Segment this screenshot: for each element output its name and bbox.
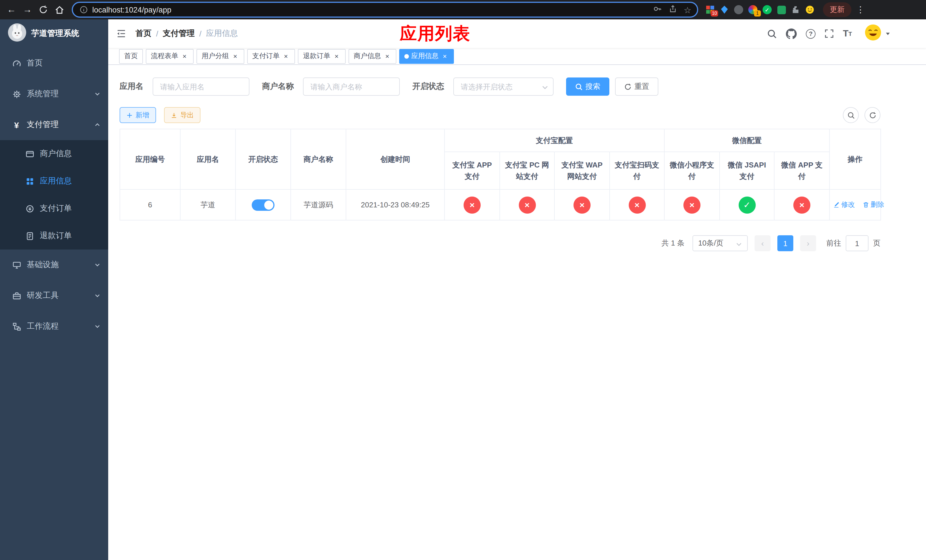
add-button[interactable]: 新增: [120, 107, 156, 123]
column-header-wechat-jsapi: 微信 JSAPI 支付: [720, 152, 774, 189]
column-header-alipay-qr: 支付宝扫码支付: [610, 152, 664, 189]
column-header-wechat-mini: 微信小程序支付: [664, 152, 720, 189]
password-key-icon[interactable]: [653, 4, 661, 15]
alipay-wap-status-icon: ×: [573, 196, 590, 213]
search-icon[interactable]: [767, 29, 777, 38]
column-header-alipay-pc: 支付宝 PC 网站支付: [500, 152, 554, 189]
toolbox-icon: [12, 291, 21, 300]
column-header-merchant: 商户名称: [291, 129, 346, 189]
color-wheel-extension-icon[interactable]: 1: [748, 5, 758, 15]
tab-user-group[interactable]: 用户分组 ×: [197, 49, 244, 64]
breadcrumb-home[interactable]: 首页: [136, 29, 151, 39]
chevron-down-icon: [95, 324, 100, 329]
close-icon[interactable]: ×: [383, 53, 391, 59]
sidebar-item-home[interactable]: 首页: [0, 48, 108, 79]
app-name-input[interactable]: [153, 77, 250, 96]
sidebar-item-app-info[interactable]: 应用信息: [0, 168, 108, 195]
dark-circle-extension-icon[interactable]: [734, 5, 744, 15]
site-info-icon[interactable]: [80, 6, 88, 14]
cell-status: [236, 189, 291, 220]
breadcrumb-payment[interactable]: 支付管理: [163, 29, 195, 39]
column-header-app-id: 应用编号: [120, 129, 180, 189]
tab-process-form[interactable]: 流程表单 ×: [146, 49, 194, 64]
browser-menu-icon[interactable]: ⋮: [855, 5, 866, 15]
close-icon[interactable]: ×: [441, 53, 449, 59]
home-icon[interactable]: [51, 2, 67, 18]
user-avatar: [864, 24, 882, 43]
delete-button[interactable]: 删除: [862, 200, 884, 210]
column-header-alipay-app: 支付宝 APP 支付: [445, 152, 500, 189]
column-group-wechat: 微信配置: [664, 129, 829, 152]
chevron-down-icon: [95, 91, 100, 97]
tab-pay-orders[interactable]: 支付订单 ×: [247, 49, 295, 64]
fullscreen-icon[interactable]: [825, 29, 834, 38]
refresh-icon[interactable]: [35, 2, 51, 18]
search-button[interactable]: 搜索: [566, 77, 609, 96]
github-icon[interactable]: [786, 28, 797, 39]
grid-icon: [25, 177, 34, 185]
app-name-label: 应用名: [120, 82, 144, 92]
close-icon[interactable]: ×: [333, 53, 340, 59]
sidebar-item-merchant-info[interactable]: 商户信息: [0, 140, 108, 168]
alipay-app-status-icon: ×: [464, 196, 481, 213]
close-icon[interactable]: ×: [282, 53, 290, 59]
breadcrumb: 首页 / 支付管理 / 应用信息: [136, 29, 238, 39]
merchant-name-label: 商户名称: [262, 82, 294, 92]
sidebar-item-payment[interactable]: ¥ 支付管理: [0, 109, 108, 140]
tab-home[interactable]: 首页: [119, 49, 143, 64]
edit-button[interactable]: 修改: [833, 200, 855, 210]
green-square-extension-icon[interactable]: [776, 5, 787, 15]
toggle-search-button[interactable]: [843, 107, 859, 123]
url-bar[interactable]: localhost:1024/pay/app ☆: [72, 2, 698, 18]
share-icon[interactable]: [668, 4, 677, 15]
table-row: 6 芋道 芋道源码 2021-10-23 08:49:25 × × ×: [120, 189, 881, 220]
page-size-select[interactable]: 10条/页: [693, 235, 748, 251]
blue-diamond-extension-icon[interactable]: [719, 5, 729, 15]
sidebar-collapse-icon[interactable]: [108, 29, 135, 39]
sidebar-item-refund-orders[interactable]: 退款订单: [0, 222, 108, 250]
browser-update-button[interactable]: 更新: [823, 2, 851, 17]
grid-extension-icon[interactable]: 10: [705, 5, 715, 15]
status-toggle[interactable]: [252, 199, 274, 210]
tab-app-info[interactable]: 应用信息 ×: [399, 49, 454, 64]
user-menu[interactable]: [864, 24, 891, 43]
url-text: localhost:1024/pay/app: [92, 5, 653, 14]
next-page-button[interactable]: ›: [800, 235, 816, 251]
table-toolbar: 新增 导出: [120, 107, 881, 123]
merchant-name-input[interactable]: [303, 77, 400, 96]
goto-unit: 页: [873, 238, 881, 248]
sidebar-submenu-payment: 商户信息 应用信息 支付订单: [0, 140, 108, 250]
green-circle-extension-icon[interactable]: ✓: [762, 5, 772, 15]
puzzle-extension-icon[interactable]: [790, 5, 801, 15]
sidebar-item-system[interactable]: 系统管理: [0, 79, 108, 109]
export-button[interactable]: 导出: [164, 107, 201, 123]
sidebar-item-workflow[interactable]: 工作流程: [0, 311, 108, 342]
forward-icon[interactable]: →: [20, 2, 35, 18]
page-number-button[interactable]: 1: [777, 235, 793, 251]
back-icon[interactable]: ←: [3, 2, 20, 18]
sidebar-item-dev-tools[interactable]: 研发工具: [0, 280, 108, 311]
sidebar-logo[interactable]: 芋道管理系统: [0, 20, 108, 48]
tab-refund-orders[interactable]: 退款订单 ×: [298, 49, 346, 64]
font-size-icon[interactable]: TT: [843, 29, 852, 39]
extension-badge: 1: [754, 10, 761, 17]
yen-icon: ¥: [12, 121, 21, 129]
sidebar-item-pay-orders[interactable]: 支付订单: [0, 195, 108, 222]
prev-page-button[interactable]: ‹: [755, 235, 770, 251]
bookmark-star-icon[interactable]: ☆: [684, 5, 691, 14]
close-icon[interactable]: ×: [180, 53, 189, 59]
reset-button[interactable]: 重置: [615, 77, 658, 96]
help-icon[interactable]: ?: [806, 29, 816, 38]
pagination: 共 1 条 10条/页 ‹ 1 › 前往: [120, 235, 881, 251]
dashboard-icon: [12, 59, 21, 68]
cell-created: 2021-10-23 08:49:25: [346, 189, 445, 220]
emoji-extension-icon[interactable]: [805, 5, 815, 15]
sidebar-item-infrastructure[interactable]: 基础设施: [0, 250, 108, 280]
status-select[interactable]: [453, 77, 554, 96]
tab-merchant-info[interactable]: 商户信息 ×: [348, 49, 396, 64]
column-header-alipay-wap: 支付宝 WAP 网站支付: [554, 152, 610, 189]
goto-page-input[interactable]: [846, 235, 869, 251]
refresh-table-button[interactable]: [864, 107, 881, 123]
workflow-icon: [12, 322, 21, 331]
close-icon[interactable]: ×: [231, 53, 239, 59]
